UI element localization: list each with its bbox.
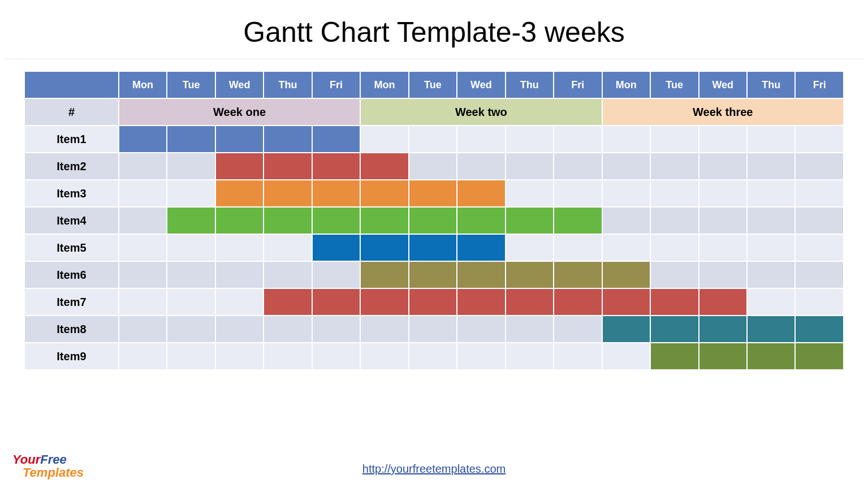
gantt-chart: MonTueWedThuFriMonTueWedThuFriMonTueWedT…	[24, 71, 844, 370]
gantt-cell	[119, 316, 166, 342]
gantt-cell	[167, 126, 214, 152]
gantt-cell	[457, 235, 504, 261]
gantt-cell	[409, 289, 456, 315]
gantt-cell	[554, 208, 601, 234]
gantt-cell	[748, 235, 794, 261]
gantt-cell	[119, 208, 166, 234]
gantt-cell	[699, 153, 746, 179]
gantt-cell	[216, 262, 263, 288]
gantt-cell	[699, 316, 746, 342]
gantt-cell	[748, 343, 794, 369]
row-label: Item1	[25, 126, 118, 152]
gantt-cell	[264, 180, 311, 206]
header-blank	[25, 72, 118, 98]
gantt-cell	[796, 180, 843, 206]
day-header: Tue	[167, 72, 214, 98]
gantt-cell	[748, 126, 794, 152]
gantt-cell	[796, 289, 843, 315]
gantt-cell	[748, 316, 794, 342]
gantt-cell	[409, 262, 456, 288]
gantt-cell	[506, 126, 553, 152]
row-label: Item3	[25, 180, 118, 206]
gantt-cell	[796, 208, 843, 234]
gantt-cell	[409, 126, 456, 152]
gantt-cell	[264, 262, 311, 288]
gantt-cell	[216, 153, 263, 179]
gantt-cell	[457, 316, 504, 342]
gantt-cell	[167, 208, 214, 234]
gantt-cell	[651, 316, 698, 342]
gantt-cell	[651, 343, 698, 369]
gantt-cell	[361, 126, 408, 152]
gantt-cell	[264, 316, 311, 342]
day-header: Tue	[651, 72, 698, 98]
gantt-cell	[361, 316, 408, 342]
row-label: Item8	[25, 316, 118, 342]
table-row: Item2	[25, 153, 843, 179]
gantt-cell	[457, 180, 504, 206]
gantt-cell	[796, 316, 843, 342]
gantt-cell	[216, 343, 263, 369]
gantt-cell	[699, 180, 746, 206]
day-header: Fri	[796, 72, 843, 98]
gantt-cell	[167, 289, 214, 315]
gantt-cell	[506, 316, 553, 342]
gantt-cell	[748, 208, 794, 234]
day-header-row: MonTueWedThuFriMonTueWedThuFriMonTueWedT…	[25, 72, 843, 98]
gantt-cell	[554, 180, 601, 206]
gantt-cell	[119, 343, 166, 369]
table-row: Item4	[25, 208, 843, 234]
page-title: Gantt Chart Template-3 weeks	[0, 0, 868, 59]
table-row: Item1	[25, 126, 843, 152]
day-header: Fri	[554, 72, 601, 98]
table-row: Item3	[25, 180, 843, 206]
day-header: Mon	[603, 72, 650, 98]
week-header-row: # Week oneWeek twoWeek three	[25, 99, 843, 125]
gantt-cell	[699, 235, 746, 261]
gantt-cell	[264, 153, 311, 179]
table-row: Item7	[25, 289, 843, 315]
gantt-cell	[216, 126, 263, 152]
gantt-cell	[264, 126, 311, 152]
gantt-cell	[361, 153, 408, 179]
gantt-cell	[361, 262, 408, 288]
gantt-cell	[119, 153, 166, 179]
gantt-cell	[167, 316, 214, 342]
gantt-cell	[651, 289, 698, 315]
week-header: Week three	[603, 99, 843, 125]
gantt-cell	[506, 262, 553, 288]
gantt-cell	[796, 126, 843, 152]
gantt-cell	[506, 289, 553, 315]
gantt-cell	[748, 262, 794, 288]
gantt-cell	[409, 316, 456, 342]
gantt-cell	[313, 126, 360, 152]
gantt-cell	[313, 180, 360, 206]
row-label: Item5	[25, 235, 118, 261]
day-header: Wed	[457, 72, 504, 98]
gantt-cell	[361, 343, 408, 369]
gantt-cell	[651, 262, 698, 288]
day-header: Mon	[361, 72, 408, 98]
gantt-cell	[361, 235, 408, 261]
footer-link[interactable]: http://yourfreetemplates.com	[362, 463, 506, 475]
gantt-cell	[167, 235, 214, 261]
gantt-cell	[796, 153, 843, 179]
gantt-cell	[313, 316, 360, 342]
gantt-cell	[603, 180, 650, 206]
day-header: Tue	[409, 72, 456, 98]
gantt-cell	[796, 343, 843, 369]
gantt-cell	[119, 235, 166, 261]
day-header: Mon	[119, 72, 166, 98]
gantt-cell	[119, 126, 166, 152]
gantt-cell	[748, 153, 794, 179]
table-row: Item6	[25, 262, 843, 288]
gantt-cell	[264, 343, 311, 369]
gantt-body: Item1Item2Item3Item4Item5Item6Item7Item8…	[25, 126, 843, 369]
gantt-cell	[361, 208, 408, 234]
gantt-cell	[603, 235, 650, 261]
gantt-cell	[119, 289, 166, 315]
gantt-cell	[409, 235, 456, 261]
gantt-cell	[603, 343, 650, 369]
gantt-cell	[603, 289, 650, 315]
gantt-cell	[506, 343, 553, 369]
